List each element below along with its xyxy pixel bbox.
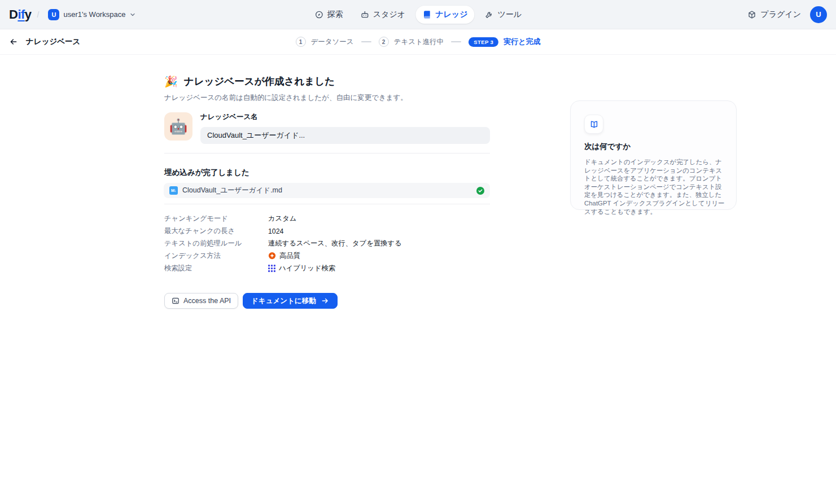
step-3-label: 実行と完成 <box>504 37 540 47</box>
step-separator <box>361 41 371 42</box>
terminal-icon <box>172 297 180 305</box>
nav-label: スタジオ <box>373 10 405 20</box>
detail-value: 高品質 <box>268 251 300 261</box>
top-bar: Dify / U user1's Workspace 探索 <box>0 0 836 29</box>
page-subtitle: ナレッジベースの名前は自動的に設定されましたが、自由に変更できます。 <box>164 93 408 103</box>
detail-value: 連続するスペース、改行、タブを置換する <box>268 239 402 248</box>
arrow-left-icon[interactable] <box>9 37 18 46</box>
step-3-badge: STEP 3 <box>469 37 498 47</box>
party-popper-icon: 🎉 <box>164 75 178 88</box>
chevron-down-icon <box>129 11 136 18</box>
detail-value-text: 高品質 <box>279 251 300 261</box>
detail-value: 1024 <box>268 227 283 235</box>
detail-value: カスタム <box>268 214 296 223</box>
detail-label: インデックス方法 <box>164 251 268 261</box>
detail-row-max-chunk-length: 最大なチャンクの長さ 1024 <box>164 225 490 238</box>
dify-logo[interactable]: Dify <box>9 7 32 22</box>
detail-label: 検索設定 <box>164 264 268 273</box>
go-to-document-button[interactable]: ドキュメントに移動 <box>243 293 338 309</box>
detail-value: ハイブリッド検索 <box>268 264 335 273</box>
success-header: 🎉 ナレッジベースが作成されました ナレッジベースの名前は自動的に設定されました… <box>164 74 408 103</box>
nav-item-studio[interactable]: スタジオ <box>353 6 412 24</box>
steps-bar: ナレッジベース 1 データソース 2 テキスト進行中 STEP 3 実行と完成 <box>0 29 836 55</box>
detail-label: 最大なチャンクの長さ <box>164 226 268 236</box>
kb-name-label: ナレッジベース名 <box>200 112 490 122</box>
divider <box>164 153 490 154</box>
wrench-icon <box>484 10 493 19</box>
step-1-label: データソース <box>310 37 353 47</box>
open-book-icon <box>584 115 603 134</box>
breadcrumb: ナレッジベース <box>26 37 80 47</box>
kb-name-section: 🤖 ナレッジベース名 <box>164 112 490 144</box>
step-separator <box>451 41 461 42</box>
detail-value-text: ハイブリッド検索 <box>279 264 335 273</box>
nav-item-knowledge[interactable]: ナレッジ <box>415 6 474 24</box>
page-title: ナレッジベースが作成されました <box>184 74 335 88</box>
action-buttons: Access the API ドキュメントに移動 <box>164 293 338 309</box>
cube-icon <box>747 10 756 19</box>
go-to-document-label: ドキュメントに移動 <box>251 296 316 306</box>
arrow-right-icon <box>321 297 329 305</box>
markdown-file-icon: M↓ <box>169 186 178 195</box>
compass-icon <box>314 10 323 19</box>
page: Dify / U user1's Workspace 探索 <box>0 0 836 504</box>
detail-row-chunking-mode: チャンキングモード カスタム <box>164 213 490 225</box>
step-indicator: 1 データソース 2 テキスト進行中 STEP 3 実行と完成 <box>295 29 540 54</box>
embedding-heading: 埋め込みが完了しました <box>164 168 250 178</box>
workspace-name: user1's Workspace <box>63 10 125 19</box>
nav-item-explore[interactable]: 探索 <box>308 6 350 24</box>
nav-label: ツール <box>497 10 522 20</box>
nav-label: ナレッジ <box>435 10 467 20</box>
detail-label: チャンキングモード <box>164 214 268 223</box>
step-2-number: 2 <box>379 37 389 47</box>
hybrid-search-icon <box>268 265 275 272</box>
workspace-avatar: U <box>48 9 59 20</box>
logo-separator: / <box>37 10 40 19</box>
plugins-label: プラグイン <box>760 10 801 20</box>
book-icon <box>422 10 431 19</box>
file-row[interactable]: M↓ CloudVault_ユーザーガイド.md <box>164 183 490 198</box>
detail-label: テキストの前処理ルール <box>164 239 268 248</box>
user-avatar[interactable]: U <box>810 6 827 23</box>
nav-item-tools[interactable]: ツール <box>478 6 528 24</box>
step-1: 1 データソース <box>295 37 353 47</box>
robot-icon <box>360 10 369 19</box>
whats-next-body: ドキュメントのインデックスが完了したら、ナレッジベースをアプリケーションのコンテ… <box>584 158 725 216</box>
top-nav: 探索 スタジオ ナレッジ ツール <box>308 0 528 29</box>
top-bar-right: プラグイン U <box>747 6 827 23</box>
details-list: チャンキングモード カスタム 最大なチャンクの長さ 1024 テキストの前処理ル… <box>164 213 490 274</box>
whats-next-card: 次は何ですか ドキュメントのインデックスが完了したら、ナレッジベースをアプリケー… <box>570 100 737 210</box>
detail-row-index-method: インデックス方法 高品質 <box>164 249 490 262</box>
nav-label: 探索 <box>327 10 343 20</box>
detail-row-preprocessing-rules: テキストの前処理ルール 連続するスペース、改行、タブを置換する <box>164 238 490 250</box>
step-2: 2 テキスト進行中 <box>379 37 444 47</box>
logo-part: y <box>25 7 32 21</box>
workspace-selector[interactable]: U user1's Workspace <box>45 7 139 23</box>
plugins-button[interactable]: プラグイン <box>747 10 801 20</box>
logo-part: if <box>17 7 24 21</box>
divider <box>164 204 490 204</box>
back-group: ナレッジベース <box>9 29 80 54</box>
step-3: STEP 3 実行と完成 <box>469 37 540 47</box>
step-1-number: 1 <box>295 37 305 47</box>
logo-part: D <box>9 7 17 21</box>
top-bar-left: Dify / U user1's Workspace <box>9 7 139 23</box>
kb-name-input[interactable] <box>200 127 490 144</box>
detail-row-retrieval-setting: 検索設定 ハイブリッド検索 <box>164 262 490 274</box>
step-2-label: テキスト進行中 <box>394 37 444 47</box>
file-name: CloudVault_ユーザーガイド.md <box>182 186 282 195</box>
access-api-label: Access the API <box>183 297 231 305</box>
whats-next-title: 次は何ですか <box>584 142 631 152</box>
high-quality-icon <box>268 252 276 260</box>
access-api-button[interactable]: Access the API <box>164 293 238 309</box>
kb-robot-icon[interactable]: 🤖 <box>164 112 192 141</box>
check-circle-icon <box>476 187 484 195</box>
